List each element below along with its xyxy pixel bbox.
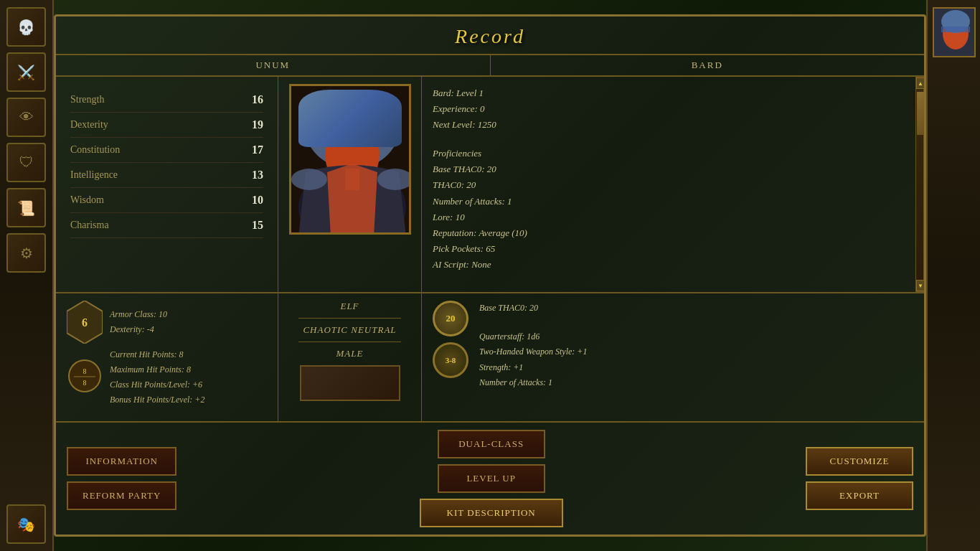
divider1 <box>298 318 401 319</box>
weapon-info: Quarterstaff: 1d6 <box>479 329 587 345</box>
character-name: Unum <box>56 55 491 75</box>
ac-info: Armor Class: 10 Dexterity: -4 <box>110 309 167 335</box>
race-label: ELF <box>340 301 359 312</box>
name-class-bar: Unum Bard <box>56 55 924 77</box>
dexterity-mod-label: Dexterity: -4 <box>110 324 167 335</box>
main-portrait <box>289 84 411 235</box>
character-class: Bard <box>491 55 925 75</box>
main-panel: Record Unum Bard Strength 16 Dexterity 1… <box>54 14 926 537</box>
hp-row: 8 8 Current Hit Points: 8 Maximum Hit Po… <box>67 349 267 405</box>
buttons-area: INFORMATION REFORM PARTY DUAL-CLASS LEVE… <box>56 421 924 534</box>
svg-point-17 <box>69 360 100 392</box>
ai-script: AI Script: None <box>433 257 905 273</box>
buttons-center-col: DUAL-CLASS LEVEL UP KIT DESCRIPTION <box>420 430 563 527</box>
kit-description-button[interactable]: KIT DESCRIPTION <box>420 499 563 527</box>
scroll-thumb[interactable] <box>917 92 924 135</box>
info-scrollbar[interactable]: ▲ ▼ <box>915 77 924 292</box>
page-title: Record <box>455 25 525 47</box>
sidebar-icon-gear[interactable]: ⚙ <box>6 233 46 273</box>
strength-label: Strength <box>70 94 104 105</box>
scroll-down-arrow[interactable]: ▼ <box>916 280 924 291</box>
buttons-right-col: CUSTOMIZE EXPORT <box>806 447 913 510</box>
wisdom-value: 10 <box>252 194 263 207</box>
max-hp-label: Maximum Hit Points: 8 <box>110 364 204 375</box>
base-thac0: Base THAC0: 20 <box>433 161 905 177</box>
svg-point-7 <box>313 90 392 154</box>
charisma-label: Charisma <box>70 220 109 231</box>
svg-text:8: 8 <box>83 367 87 375</box>
reputation: Reputation: Average (10) <box>433 225 905 241</box>
bonus-hp-label: Bonus Hit Points/Level: +2 <box>110 395 204 405</box>
sidebar-left: 💀 ⚔️ 👁 🛡 📜 ⚙ 🎭 <box>0 0 54 551</box>
svg-point-12 <box>291 169 327 190</box>
sidebar-icon-scroll[interactable]: 📜 <box>6 188 46 227</box>
sidebar-icon-eye[interactable]: 👁 <box>6 98 46 137</box>
reform-party-button[interactable]: REFORM PARTY <box>67 481 176 510</box>
stat-row-intelligence: Intelligence 13 <box>70 163 263 188</box>
bottom-middle: ELF CHAOTIC NEUTRAL MALE <box>278 293 422 421</box>
customize-button[interactable]: CUSTOMIZE <box>806 447 913 476</box>
svg-rect-3 <box>941 27 970 32</box>
attacks-count: Number of Attacks: 1 <box>479 375 587 391</box>
intelligence-label: Intelligence <box>70 169 118 181</box>
appearance-scroll <box>300 365 400 401</box>
stat-row-dexterity: Dexterity 19 <box>70 113 263 138</box>
svg-text:6: 6 <box>82 316 88 329</box>
bottom-left: 6 Armor Class: 10 Dexterity: -4 8 <box>56 293 278 421</box>
class-level: Bard: Level 1 <box>433 85 905 101</box>
armor-class-label: Armor Class: 10 <box>110 309 167 320</box>
stat-row-constitution: Constitution 17 <box>70 138 263 163</box>
stats-panel: Strength 16 Dexterity 19 Constitution 17… <box>56 77 278 292</box>
information-button[interactable]: INFORMATION <box>67 447 176 476</box>
sidebar-icon-mask[interactable]: 🎭 <box>6 504 46 544</box>
gender-label: MALE <box>336 348 364 359</box>
svg-text:8: 8 <box>83 379 87 387</box>
experience: Experience: 0 <box>433 101 905 117</box>
proficiencies-label: Proficiencies <box>433 146 905 161</box>
sidebar-icon-shield[interactable]: 🛡 <box>6 143 46 182</box>
attacks: Number of Attacks: 1 <box>433 194 905 209</box>
scroll-up-arrow[interactable]: ▲ <box>916 77 924 89</box>
intelligence-value: 13 <box>252 169 263 182</box>
weapon-style: Two-Handed Weapon Style: +1 <box>479 344 587 360</box>
class-hp-label: Class Hit Points/Level: +6 <box>110 380 204 390</box>
stat-row-charisma: Charisma 15 <box>70 213 263 238</box>
stat-row-strength: Strength 16 <box>70 88 263 113</box>
sidebar-right <box>926 0 980 551</box>
divider2 <box>298 342 401 342</box>
ac-row: 6 Armor Class: 10 Dexterity: -4 <box>67 301 267 344</box>
svg-point-11 <box>339 136 365 140</box>
thaco-badge: 20 <box>433 301 468 336</box>
svg-rect-9 <box>329 126 376 147</box>
portrait-area <box>278 77 422 292</box>
bottom-area: 6 Armor Class: 10 Dexterity: -4 8 <box>56 292 924 421</box>
sidebar-icon-sword[interactable]: ⚔️ <box>6 52 46 92</box>
constitution-value: 17 <box>252 143 263 156</box>
hp-info: Current Hit Points: 8 Maximum Hit Points… <box>110 349 204 405</box>
level-up-button[interactable]: LEVEL UP <box>438 464 545 493</box>
info-wrapper: Bard: Level 1 Experience: 0 Next Level: … <box>422 77 924 292</box>
export-button[interactable]: EXPORT <box>806 481 913 510</box>
bottom-right: 20 3-8 Base THAC0: 20 Quarterstaff: 1d6 … <box>422 293 924 421</box>
stat-row-wisdom: Wisdom 10 <box>70 188 263 213</box>
character-portrait-thumb[interactable] <box>933 7 976 57</box>
charisma-value: 15 <box>252 219 263 232</box>
thac0: THAC0: 20 <box>433 177 905 193</box>
constitution-label: Constitution <box>70 144 120 156</box>
alignment-label: CHAOTIC NEUTRAL <box>303 324 396 336</box>
strength-bonus: Strength: +1 <box>479 360 587 376</box>
pick-pockets: Pick Pockets: 65 <box>433 241 905 257</box>
next-level: Next Level: 1250 <box>433 117 905 133</box>
wisdom-label: Wisdom <box>70 194 104 206</box>
strength-value: 16 <box>252 93 263 106</box>
dual-class-button[interactable]: DUAL-CLASS <box>438 430 545 458</box>
main-content-row: Strength 16 Dexterity 19 Constitution 17… <box>56 77 924 292</box>
current-hp-label: Current Hit Points: 8 <box>110 349 204 360</box>
info-panel: Bard: Level 1 Experience: 0 Next Level: … <box>422 77 915 292</box>
buttons-left-col: INFORMATION REFORM PARTY <box>67 447 176 510</box>
damage-badge: 3-8 <box>433 342 468 378</box>
sidebar-icon-skull[interactable]: 💀 <box>6 7 46 47</box>
lore: Lore: 10 <box>433 209 905 225</box>
svg-rect-10 <box>333 135 372 141</box>
svg-rect-14 <box>345 169 359 190</box>
